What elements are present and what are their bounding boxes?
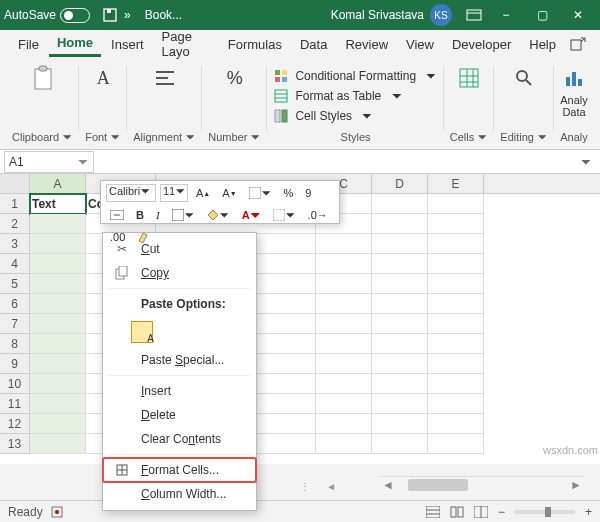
- tab-review[interactable]: Review: [337, 33, 396, 56]
- tab-insert[interactable]: Insert: [103, 33, 152, 56]
- italic-button[interactable]: I: [152, 206, 164, 224]
- font-icon[interactable]: A: [89, 64, 117, 92]
- svg-rect-1: [107, 9, 111, 13]
- tab-help[interactable]: Help: [521, 33, 564, 56]
- tab-view[interactable]: View: [398, 33, 442, 56]
- context-clear-contents[interactable]: Clear Contents: [103, 427, 256, 451]
- tab-page-layout[interactable]: Page Layo: [154, 25, 218, 63]
- row-header[interactable]: 5: [0, 274, 30, 294]
- context-copy[interactable]: Copy: [103, 261, 256, 285]
- bold-button[interactable]: B: [132, 206, 148, 224]
- status-ready: Ready: [8, 505, 43, 519]
- save-icon[interactable]: [102, 7, 118, 23]
- close-button[interactable]: ✕: [560, 0, 596, 30]
- comma-icon[interactable]: 9: [301, 184, 315, 202]
- svg-rect-28: [578, 79, 582, 86]
- autosave-toggle[interactable]: AutoSave: [4, 8, 90, 23]
- font-name-value: Calibri: [109, 185, 140, 197]
- increase-decimal-icon[interactable]: .00: [106, 228, 129, 246]
- format-painter-icon[interactable]: [133, 228, 153, 246]
- zoom-in-icon[interactable]: +: [585, 505, 592, 519]
- more-qa-icon[interactable]: »: [124, 8, 131, 22]
- svg-rect-44: [451, 507, 456, 517]
- svg-point-24: [517, 71, 527, 81]
- zoom-slider[interactable]: [515, 510, 575, 514]
- view-page-layout-icon[interactable]: [450, 506, 464, 518]
- svg-line-25: [526, 80, 531, 85]
- cell-a1[interactable]: Text: [30, 194, 86, 214]
- row-header[interactable]: 4: [0, 254, 30, 274]
- svg-rect-11: [282, 70, 287, 75]
- select-all-corner[interactable]: [0, 174, 30, 194]
- user-avatar[interactable]: KS: [430, 4, 452, 26]
- font-color-icon[interactable]: A⏷: [238, 206, 265, 224]
- row-header[interactable]: 3: [0, 234, 30, 254]
- group-cells: Cells ⏷: [444, 60, 495, 149]
- tab-developer[interactable]: Developer: [444, 33, 519, 56]
- maximize-button[interactable]: ▢: [524, 0, 560, 30]
- context-paste-special[interactable]: Paste Special...: [103, 348, 256, 372]
- accounting-format-icon[interactable]: ⏷: [245, 184, 276, 202]
- format-as-table-button[interactable]: Format as Table ⏷: [273, 88, 402, 104]
- row-header[interactable]: 6: [0, 294, 30, 314]
- row-header[interactable]: 8: [0, 334, 30, 354]
- row-header[interactable]: 12: [0, 414, 30, 434]
- group-styles: Conditional Formatting ⏷ Format as Table…: [267, 60, 443, 149]
- tab-formulas[interactable]: Formulas: [220, 33, 290, 56]
- autosave-label: AutoSave: [4, 8, 56, 22]
- col-header-a[interactable]: A: [30, 174, 86, 193]
- number-icon[interactable]: %: [221, 64, 249, 92]
- cells-icon[interactable]: [455, 64, 483, 92]
- ribbon-mode-icon[interactable]: [460, 9, 488, 21]
- tab-home[interactable]: Home: [49, 31, 101, 57]
- conditional-formatting-button[interactable]: Conditional Formatting ⏷: [273, 68, 437, 84]
- scroll-left-icon[interactable]: ◄: [380, 478, 396, 492]
- decrease-decimal-icon[interactable]: .0→: [304, 206, 332, 224]
- row-header[interactable]: 7: [0, 314, 30, 334]
- sheet-scroll-dots[interactable]: ⋮ ◄: [300, 481, 348, 492]
- merge-icon[interactable]: [106, 206, 128, 224]
- col-header-e[interactable]: E: [428, 174, 484, 193]
- tab-data[interactable]: Data: [292, 33, 335, 56]
- context-insert[interactable]: Insert: [103, 379, 256, 403]
- percent-icon[interactable]: %: [280, 184, 298, 202]
- minimize-button[interactable]: −: [488, 0, 524, 30]
- scroll-right-icon[interactable]: ►: [568, 478, 584, 492]
- borders-icon[interactable]: ⏷: [269, 206, 300, 224]
- increase-font-icon[interactable]: A▲: [192, 184, 214, 202]
- context-format-cells[interactable]: Format Cells...: [103, 458, 256, 482]
- clipboard-icon[interactable]: [29, 64, 57, 92]
- cell-styles-button[interactable]: Cell Styles ⏷: [273, 108, 373, 124]
- svg-rect-13: [282, 77, 287, 82]
- analyze-data-icon[interactable]: [560, 64, 588, 92]
- row-header[interactable]: 13: [0, 434, 30, 454]
- paste-option-all[interactable]: [103, 316, 256, 348]
- decrease-font-icon[interactable]: A▼: [218, 184, 240, 202]
- col-header-d[interactable]: D: [372, 174, 428, 193]
- row-header[interactable]: 9: [0, 354, 30, 374]
- horizontal-scrollbar[interactable]: ◄ ►: [380, 476, 584, 492]
- row-header[interactable]: 10: [0, 374, 30, 394]
- styles-label: Styles: [341, 131, 371, 143]
- row-header[interactable]: 1: [0, 194, 30, 214]
- context-column-width[interactable]: Column Width...: [103, 482, 256, 506]
- alignment-icon[interactable]: [151, 64, 179, 92]
- name-box[interactable]: A1⏷: [4, 151, 94, 173]
- view-page-break-icon[interactable]: [474, 506, 488, 518]
- context-delete[interactable]: Delete: [103, 403, 256, 427]
- row-header[interactable]: 2: [0, 214, 30, 234]
- border-icon[interactable]: ⏷: [168, 206, 199, 224]
- fill-color-icon[interactable]: ⏷: [203, 206, 234, 224]
- zoom-out-icon[interactable]: −: [498, 505, 505, 519]
- font-name-select[interactable]: Calibri⏷: [106, 184, 156, 202]
- scrollbar-thumb[interactable]: [408, 479, 468, 491]
- tab-file[interactable]: File: [10, 33, 47, 56]
- row-header[interactable]: 11: [0, 394, 30, 414]
- font-size-select[interactable]: 11⏷: [160, 184, 188, 202]
- view-normal-icon[interactable]: [426, 506, 440, 518]
- editing-icon[interactable]: [510, 64, 538, 92]
- share-button[interactable]: [566, 32, 590, 56]
- formula-expand-icon[interactable]: ⏷: [572, 155, 600, 169]
- svg-rect-26: [566, 77, 570, 86]
- macro-record-icon[interactable]: [51, 506, 63, 518]
